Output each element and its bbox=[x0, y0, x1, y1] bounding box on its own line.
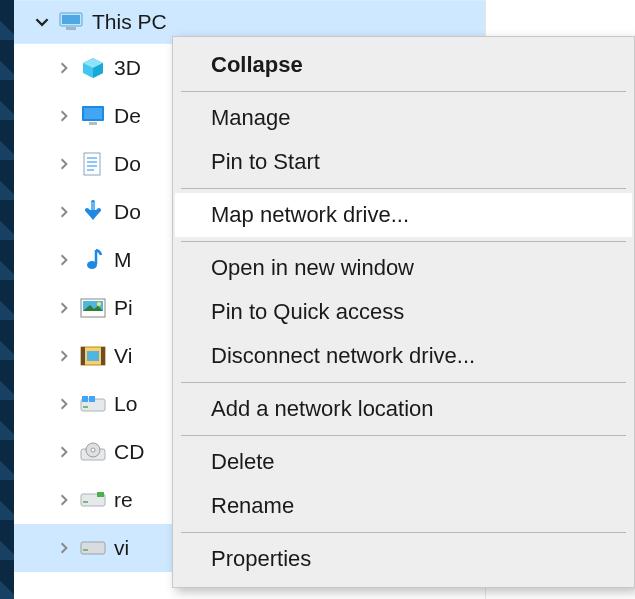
menu-item-pin-quick-access[interactable]: Pin to Quick access bbox=[175, 290, 632, 334]
menu-item-map-network-drive[interactable]: Map network drive... bbox=[175, 193, 632, 237]
chevron-right-icon[interactable] bbox=[54, 158, 74, 170]
menu-item-open-new-window[interactable]: Open in new window bbox=[175, 246, 632, 290]
music-icon bbox=[80, 247, 106, 273]
svg-rect-34 bbox=[81, 542, 105, 554]
svg-point-15 bbox=[87, 261, 97, 269]
menu-separator bbox=[181, 435, 626, 436]
svg-rect-2 bbox=[66, 27, 76, 30]
local-disk-icon bbox=[80, 391, 106, 417]
svg-rect-26 bbox=[82, 396, 88, 402]
svg-rect-33 bbox=[97, 492, 104, 497]
menu-separator bbox=[181, 382, 626, 383]
svg-rect-25 bbox=[83, 406, 88, 408]
chevron-right-icon[interactable] bbox=[54, 254, 74, 266]
tree-item-label: M bbox=[112, 248, 132, 272]
svg-rect-35 bbox=[83, 549, 88, 551]
chevron-right-icon[interactable] bbox=[54, 542, 74, 554]
tree-item-label: Do bbox=[112, 200, 141, 224]
context-menu: Collapse Manage Pin to Start Map network… bbox=[172, 36, 635, 588]
drive-icon bbox=[80, 535, 106, 561]
chevron-right-icon[interactable] bbox=[54, 494, 74, 506]
menu-separator bbox=[181, 532, 626, 533]
tree-item-label: vi bbox=[112, 536, 129, 560]
documents-icon bbox=[80, 151, 106, 177]
videos-icon bbox=[80, 343, 106, 369]
svg-rect-8 bbox=[89, 122, 97, 125]
svg-point-19 bbox=[97, 302, 101, 306]
chevron-right-icon[interactable] bbox=[54, 110, 74, 122]
tree-item-label: Pi bbox=[112, 296, 133, 320]
svg-rect-9 bbox=[84, 153, 100, 175]
chevron-right-icon[interactable] bbox=[54, 446, 74, 458]
chevron-right-icon[interactable] bbox=[54, 398, 74, 410]
menu-item-collapse[interactable]: Collapse bbox=[175, 43, 632, 87]
svg-point-30 bbox=[91, 448, 95, 452]
menu-item-properties[interactable]: Properties bbox=[175, 537, 632, 581]
svg-rect-21 bbox=[81, 347, 85, 365]
tree-item-label: Do bbox=[112, 152, 141, 176]
menu-separator bbox=[181, 241, 626, 242]
chevron-right-icon[interactable] bbox=[54, 350, 74, 362]
svg-rect-32 bbox=[83, 501, 88, 503]
svg-rect-7 bbox=[84, 108, 102, 119]
menu-separator bbox=[181, 188, 626, 189]
computer-icon bbox=[58, 9, 84, 35]
tree-item-label: Vi bbox=[112, 344, 132, 368]
menu-item-rename[interactable]: Rename bbox=[175, 484, 632, 528]
network-drive-icon bbox=[80, 487, 106, 513]
pictures-icon bbox=[80, 295, 106, 321]
svg-rect-27 bbox=[89, 396, 95, 402]
chevron-right-icon[interactable] bbox=[54, 206, 74, 218]
chevron-right-icon[interactable] bbox=[54, 62, 74, 74]
svg-marker-14 bbox=[85, 210, 101, 220]
tree-item-label: CD bbox=[112, 440, 144, 464]
desktop-icon bbox=[80, 103, 106, 129]
menu-item-add-network-location[interactable]: Add a network location bbox=[175, 387, 632, 431]
tree-item-label: De bbox=[112, 104, 141, 128]
chevron-down-icon[interactable] bbox=[32, 15, 52, 29]
chevron-right-icon[interactable] bbox=[54, 302, 74, 314]
menu-separator bbox=[181, 91, 626, 92]
tree-item-label: 3D bbox=[112, 56, 141, 80]
3d-objects-icon bbox=[80, 55, 106, 81]
window-edge-decoration bbox=[0, 0, 14, 599]
menu-item-pin-to-start[interactable]: Pin to Start bbox=[175, 140, 632, 184]
cd-drive-icon bbox=[80, 439, 106, 465]
svg-rect-22 bbox=[101, 347, 105, 365]
menu-item-disconnect-network-drive[interactable]: Disconnect network drive... bbox=[175, 334, 632, 378]
menu-item-delete[interactable]: Delete bbox=[175, 440, 632, 484]
tree-item-label: re bbox=[112, 488, 133, 512]
svg-rect-1 bbox=[62, 15, 80, 24]
tree-item-label: Lo bbox=[112, 392, 137, 416]
menu-item-manage[interactable]: Manage bbox=[175, 96, 632, 140]
svg-rect-23 bbox=[87, 351, 99, 361]
downloads-icon bbox=[80, 199, 106, 225]
tree-item-label: This PC bbox=[90, 10, 167, 34]
